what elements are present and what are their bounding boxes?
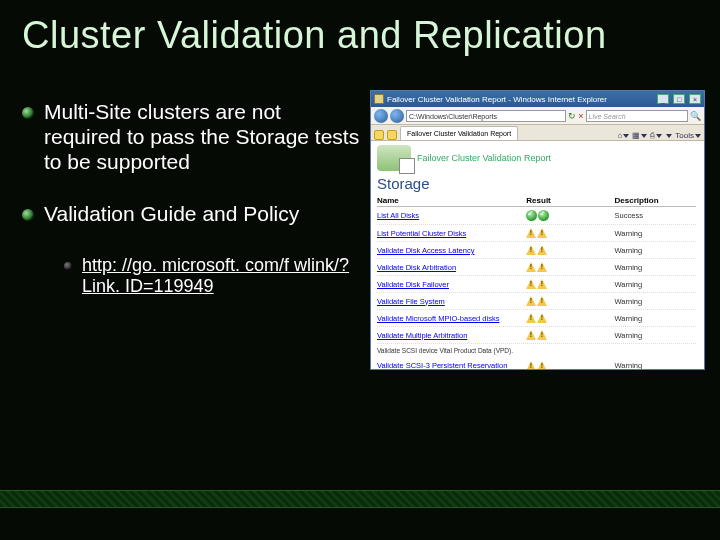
result-icons	[526, 228, 614, 238]
table-row: Validate File SystemWarning	[377, 293, 696, 310]
warning-icon	[526, 228, 536, 238]
refresh-icon[interactable]: ↻	[568, 111, 576, 121]
stop-icon[interactable]: ×	[578, 111, 583, 121]
table-row: Validate Disk ArbitrationWarning	[377, 259, 696, 276]
page-menu[interactable]	[665, 131, 672, 140]
bullet-icon	[22, 209, 34, 221]
toolbar-right: ⌂ ▦ ⎙ Tools	[617, 131, 701, 140]
slide-body: Multi-Site clusters are not required to …	[22, 100, 362, 296]
validation-guide-link[interactable]: http: //go. microsoft. com/f wlink/? Lin…	[82, 255, 362, 296]
success-icon	[526, 210, 537, 221]
sub-bullet: http: //go. microsoft. com/f wlink/? Lin…	[64, 255, 362, 296]
address-input[interactable]: C:\Windows\Cluster\Reports	[406, 110, 566, 122]
window-titlebar: Failover Cluster Validation Report - Win…	[371, 91, 704, 107]
table-row: Validate Disk Access LatencyWarning	[377, 242, 696, 259]
warning-icon	[537, 279, 547, 289]
warning-icon	[537, 262, 547, 272]
app-icon	[374, 94, 384, 104]
address-bar-row: C:\Windows\Cluster\Reports ↻ × Live Sear…	[371, 107, 704, 125]
bullet-2-text: Validation Guide and Policy	[44, 202, 299, 227]
result-desc: Warning	[615, 229, 696, 238]
bullet-icon	[64, 262, 72, 270]
inline-note: Validate SCSI device Vital Product Data …	[377, 344, 696, 358]
bullet-1-text: Multi-Site clusters are not required to …	[44, 100, 362, 174]
test-link[interactable]: List All Disks	[377, 211, 526, 220]
warning-icon	[537, 296, 547, 306]
tab-bar: Failover Cluster Validation Report ⌂ ▦ ⎙…	[371, 125, 704, 141]
result-desc: Warning	[615, 361, 696, 369]
warning-icon	[537, 330, 547, 340]
ie-window: Failover Cluster Validation Report - Win…	[370, 90, 705, 370]
warning-icon	[526, 330, 536, 340]
warning-icon	[526, 296, 536, 306]
warning-icon	[526, 361, 536, 369]
bullet-icon	[22, 107, 34, 119]
report-rows: List All DisksSuccessList Potential Clus…	[377, 207, 696, 369]
test-link[interactable]: Validate Disk Arbitration	[377, 263, 526, 272]
feeds-icon[interactable]: ▦	[632, 131, 647, 140]
table-row: Validate Disk FailoverWarning	[377, 276, 696, 293]
result-desc: Warning	[615, 263, 696, 272]
result-icons	[526, 313, 614, 323]
col-result: Result	[526, 196, 614, 205]
minimize-button[interactable]: _	[657, 94, 669, 104]
warning-icon	[526, 245, 536, 255]
result-desc: Success	[615, 211, 696, 220]
bullet-2: Validation Guide and Policy	[22, 202, 362, 227]
result-icons	[526, 361, 614, 369]
col-name: Name	[377, 196, 526, 205]
warning-icon	[537, 361, 547, 369]
warning-icon	[526, 279, 536, 289]
bullet-1: Multi-Site clusters are not required to …	[22, 100, 362, 174]
result-desc: Warning	[615, 297, 696, 306]
table-row: Validate SCSI-3 Persistent ReservationWa…	[377, 358, 696, 369]
result-desc: Warning	[615, 246, 696, 255]
tools-menu[interactable]: Tools	[675, 131, 701, 140]
result-desc: Warning	[615, 314, 696, 323]
forward-button[interactable]	[390, 109, 404, 123]
table-row: Validate Microsoft MPIO-based disksWarni…	[377, 310, 696, 327]
slide: Cluster Validation and Replication Multi…	[0, 0, 720, 540]
report-icon	[377, 145, 411, 171]
decorative-band	[0, 490, 720, 508]
warning-icon	[537, 228, 547, 238]
warning-icon	[526, 262, 536, 272]
test-link[interactable]: Validate Disk Access Latency	[377, 246, 526, 255]
col-desc: Description	[615, 196, 696, 205]
home-icon[interactable]: ⌂	[617, 131, 629, 140]
result-icons	[526, 210, 614, 221]
result-icons	[526, 279, 614, 289]
report-header: Failover Cluster Validation Report	[377, 145, 696, 171]
window-title: Failover Cluster Validation Report - Win…	[387, 95, 653, 104]
test-link[interactable]: Validate File System	[377, 297, 526, 306]
print-icon[interactable]: ⎙	[650, 131, 662, 140]
slide-title: Cluster Validation and Replication	[22, 14, 607, 57]
test-link[interactable]: Validate Disk Failover	[377, 280, 526, 289]
result-icons	[526, 296, 614, 306]
test-link[interactable]: List Potential Cluster Disks	[377, 229, 526, 238]
result-desc: Warning	[615, 331, 696, 340]
search-icon[interactable]: 🔍	[690, 111, 701, 121]
add-favorites-icon[interactable]	[387, 130, 397, 140]
success-icon	[538, 210, 549, 221]
result-icons	[526, 330, 614, 340]
search-input[interactable]: Live Search	[586, 110, 688, 122]
result-icons	[526, 262, 614, 272]
maximize-button[interactable]: □	[673, 94, 685, 104]
warning-icon	[526, 313, 536, 323]
browser-tab[interactable]: Failover Cluster Validation Report	[400, 126, 518, 140]
result-icons	[526, 245, 614, 255]
report-page: Failover Cluster Validation Report Stora…	[371, 141, 704, 369]
warning-icon	[537, 245, 547, 255]
back-button[interactable]	[374, 109, 388, 123]
close-button[interactable]: ×	[689, 94, 701, 104]
favorites-icon[interactable]	[374, 130, 384, 140]
test-link[interactable]: Validate Multiple Arbitration	[377, 331, 526, 340]
result-desc: Warning	[615, 280, 696, 289]
test-link[interactable]: Validate SCSI-3 Persistent Reservation	[377, 361, 526, 369]
warning-icon	[537, 313, 547, 323]
column-headers: Name Result Description	[377, 196, 696, 207]
test-link[interactable]: Validate Microsoft MPIO-based disks	[377, 314, 526, 323]
table-row: List Potential Cluster DisksWarning	[377, 225, 696, 242]
table-row: List All DisksSuccess	[377, 207, 696, 225]
